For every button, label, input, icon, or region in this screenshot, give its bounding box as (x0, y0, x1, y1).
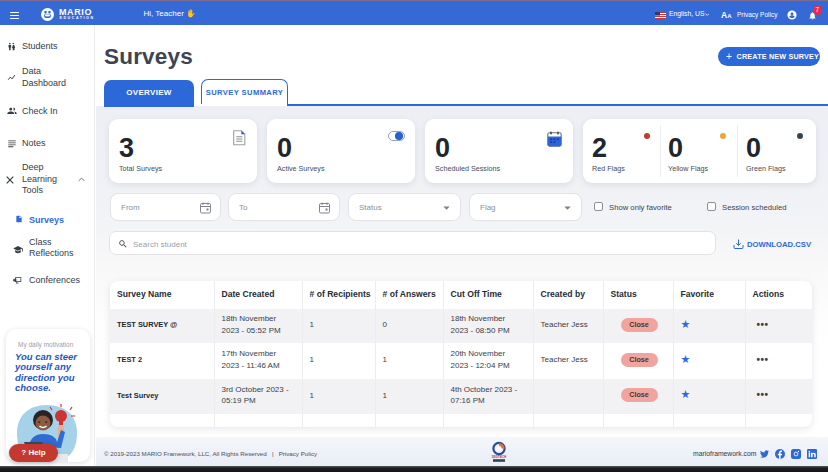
svg-text:1EDTECH: 1EDTECH (492, 455, 508, 459)
